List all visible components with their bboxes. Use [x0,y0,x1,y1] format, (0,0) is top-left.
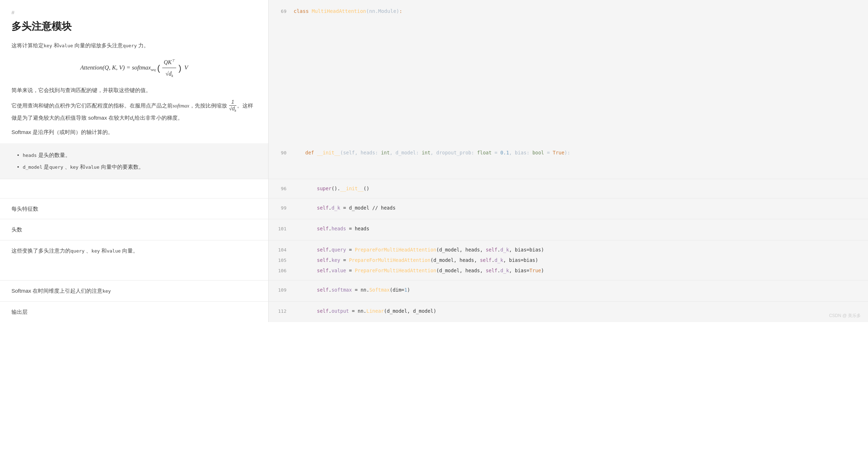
bullet-dot-1: • [17,152,19,158]
transforms-right: 104 self.query = PrepareForMultiHeadAtte… [269,240,868,280]
formula-text: Attention(Q, K, V) = softmaxseq [80,64,157,71]
intro-text: 这将计算给定key 和value 向量的缩放多头注意query 力。 [11,40,257,50]
code-line-99: 99 self.d_k = d_model // heads [269,203,868,213]
bullet-item-2: • d_model 是query 、key 和value 向量中的要素数。 [17,161,257,173]
heads-label: 头数 [11,226,22,232]
line-num-96: 96 [269,185,294,193]
page-title: 多头注意模块 [11,18,257,35]
formula-v: V [184,64,188,71]
desc3: Softmax 是沿序列（或时间）的轴计算的。 [11,127,257,143]
line-num-105: 105 [269,257,294,264]
output-right: 112 self.output = nn.Linear(d_model, d_m… [269,302,868,322]
bullets-section: • heads 是头的数量。 • d_model 是query 、key 和va… [0,143,868,179]
formula-rparen: ) [179,63,182,73]
super-left [0,179,269,198]
app-wrapper: # 多头注意模块 这将计算给定key 和value 向量的缩放多头注意query… [0,0,868,465]
dk-left: 每头特征数 [0,198,269,219]
softmax-right: 109 self.softmax = nn.Softmax(dim=1) [269,281,868,301]
line-content-105: self.key = PrepareForMultiHeadAttention(… [294,256,538,264]
line-num-106: 106 [269,267,294,275]
code-line-90: 90 def __init__(self, heads: int, d_mode… [269,148,868,158]
formula-container: Attention(Q, K, V) = softmaxseq ( QK⊤ √d… [11,57,257,79]
softmax-label: Softmax 在时间维度上引起人们的注意key [11,288,111,294]
code-line-105: 105 self.key = PrepareForMultiHeadAttent… [269,255,868,265]
line-content-106: self.value = PrepareForMultiHeadAttentio… [294,267,544,275]
line-content-112: self.output = nn.Linear(d_model, d_model… [294,307,436,315]
output-section: 输出层 112 self.output = nn.Linear(d_model,… [0,301,868,322]
code-line-104: 104 self.query = PrepareForMultiHeadAtte… [269,245,868,255]
bullet-code-1: heads [23,153,37,158]
line-num-101: 101 [269,225,294,233]
bullets-right: 90 def __init__(self, heads: int, d_mode… [269,143,868,179]
desc1: 简单来说，它会找到与查询匹配的键，并获取这些键的值。 [11,85,257,95]
transforms-section: 这些变换了多头注意力的query 、key 和value 向量。 104 sel… [0,240,868,280]
line-num-112: 112 [269,307,294,315]
super-right: 96 super().__init__() [269,179,868,198]
super-section: 96 super().__init__() [0,179,868,198]
right-class-area: 69 class MultiHeadAttention(nn.Module): [269,0,868,143]
heads-right: 101 self.heads = heads [269,219,868,240]
line-num-104: 104 [269,246,294,254]
formula-fraction: QK⊤ √dk [162,57,176,79]
code-line-109: 109 self.softmax = nn.Softmax(dim=1) [269,285,868,295]
line-num-109: 109 [269,286,294,294]
code-line-101: 101 self.heads = heads [269,224,868,234]
bullet-item-1: • heads 是头的数量。 [17,149,257,161]
output-label: 输出层 [11,309,28,315]
dk-right: 99 self.d_k = d_model // heads [269,198,868,219]
softmax-left: Softmax 在时间维度上引起人们的注意key [0,281,269,301]
line-content-90: def __init__(self, heads: int, d_model: … [294,149,570,157]
line-content-96: super().__init__() [294,184,369,193]
bullet-dot-2: • [17,164,19,170]
bullet-code-2: d_model [23,164,42,170]
line-content-99: self.d_k = d_model // heads [294,204,396,212]
output-left: 输出层 [0,302,269,322]
code-line-69: 69 class MultiHeadAttention(nn.Module): [269,6,868,17]
csdn-watermark: CSDN @ 美乐多 [829,312,861,319]
line-content-101: self.heads = heads [294,225,369,233]
line-content-109: self.softmax = nn.Softmax(dim=1) [294,286,410,294]
bullet-list: • heads 是头的数量。 • d_model 是query 、key 和va… [17,149,257,173]
softmax-section: Softmax 在时间维度上引起人们的注意key 109 self.softma… [0,280,868,301]
code-line-112: 112 self.output = nn.Linear(d_model, d_m… [269,306,868,316]
left-title-area: # 多头注意模块 这将计算给定key 和value 向量的缩放多头注意query… [0,0,269,143]
transforms-label: 这些变换了多头注意力的query 、key 和value 向量。 [11,248,138,254]
line-content-104: self.query = PrepareForMultiHeadAttentio… [294,246,544,254]
per-head-label: 每头特征数 [11,206,38,212]
line-num-90: 90 [269,149,294,157]
bullets-left: • heads 是头的数量。 • d_model 是query 、key 和va… [0,143,269,179]
transforms-left: 这些变换了多头注意力的query 、key 和value 向量。 [0,240,269,280]
heads-left: 头数 [0,219,269,240]
line-content-69: class MultiHeadAttention(nn.Module): [294,7,402,16]
hash-symbol: # [11,8,257,17]
top-section: # 多头注意模块 这将计算给定key 和value 向量的缩放多头注意query… [0,0,868,143]
formula-lparen: ( [157,63,160,73]
line-num-69: 69 [269,8,294,15]
heads-section: 头数 101 self.heads = heads [0,219,868,240]
line-num-99: 99 [269,204,294,212]
dk-section: 每头特征数 99 self.d_k = d_model // heads [0,198,868,219]
desc2: 它使用查询和键的点积作为它们匹配程度的指标。在服用点产品之前softmax，先按… [11,99,257,123]
code-line-106: 106 self.value = PrepareForMultiHeadAtte… [269,265,868,276]
code-line-96: 96 super().__init__() [269,183,868,194]
